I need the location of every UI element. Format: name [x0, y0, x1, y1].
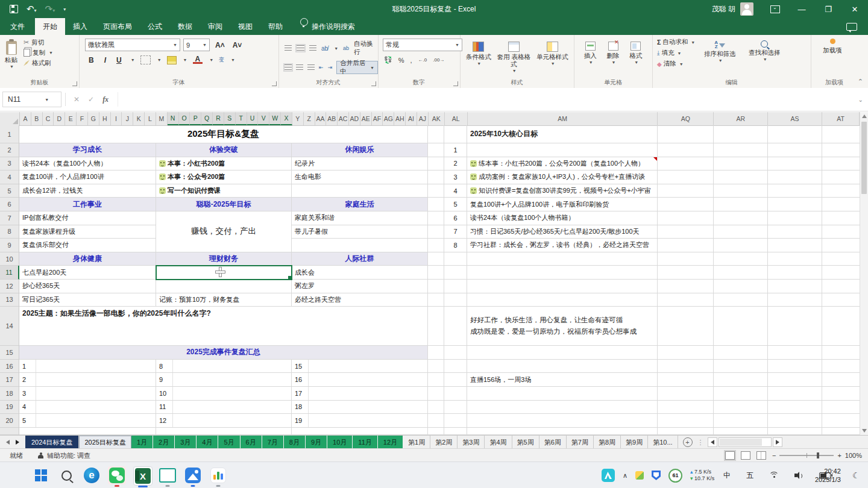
cell[interactable]: 七点早起200天 [19, 266, 156, 280]
goal-number-cell[interactable]: 4 [444, 184, 467, 198]
zoom-level[interactable]: 100% [845, 452, 862, 459]
cell[interactable] [428, 252, 444, 266]
cancel-icon[interactable]: ✕ [74, 95, 80, 104]
insert-function-icon[interactable]: fx [102, 95, 108, 104]
volume-icon[interactable] [794, 472, 804, 479]
align-right-icon[interactable] [307, 64, 315, 70]
cell[interactable]: 写一个知识付费课 [156, 184, 292, 198]
format-painter-button[interactable]: 格式刷 [24, 58, 53, 68]
tab-options-dots[interactable]: ⋮ [697, 439, 704, 446]
prev-sheet-icon[interactable] [6, 440, 10, 445]
cell[interactable] [428, 198, 444, 211]
cell[interactable]: 2 [19, 373, 156, 387]
decrease-decimal-icon[interactable]: .00→ [433, 57, 444, 63]
column-header-AI[interactable]: AI [406, 112, 417, 125]
empty-cells[interactable] [658, 373, 860, 387]
wrap-text-button[interactable]: 自动换行 [354, 40, 378, 57]
cell[interactable]: 1 [19, 360, 156, 374]
cell[interactable] [428, 414, 444, 428]
font-name-select[interactable]: 微软雅黑▼ [85, 39, 180, 51]
column-header-K[interactable]: K [133, 112, 145, 125]
format-cells-button[interactable]: 格式▼ [629, 38, 642, 65]
empty-cells[interactable] [658, 346, 860, 360]
cell[interactable] [444, 307, 467, 346]
cell[interactable] [428, 143, 444, 157]
cell[interactable]: 生命电影 [292, 170, 428, 184]
sheet-tab-week[interactable]: 第8周 [594, 436, 621, 449]
cell[interactable]: 8 [156, 360, 292, 374]
column-header-AB[interactable]: AB [326, 112, 338, 125]
goal-number-cell[interactable]: 5 [444, 198, 467, 211]
cell[interactable] [156, 280, 292, 293]
cell[interactable] [292, 184, 428, 198]
cell[interactable]: 必经之路天空营 [292, 293, 428, 307]
active-cell-N11[interactable] [156, 266, 292, 280]
delete-cells-button[interactable]: 删除▼ [607, 38, 620, 65]
formula-input[interactable] [118, 92, 858, 107]
column-header-E[interactable]: E [65, 112, 77, 125]
sheet-tab-month[interactable]: 10月 [327, 436, 352, 449]
row-header-4[interactable]: 4 [0, 170, 19, 184]
tab-file[interactable]: 文件 [0, 18, 35, 35]
cell[interactable]: 本事：小红书200篇 [156, 157, 292, 171]
live-count-cell[interactable]: 直播156场，一周3场 [467, 373, 658, 387]
row-header-16[interactable]: 16 [0, 360, 19, 374]
column-header-J[interactable]: J [122, 112, 133, 125]
column-header-B[interactable]: B [31, 112, 43, 125]
cell[interactable]: 15 [292, 360, 428, 374]
cell[interactable]: 复盘100讲，个人品牌100讲 [19, 170, 156, 184]
align-center-icon[interactable] [296, 64, 303, 70]
font-size-select[interactable]: 9▼ [183, 39, 210, 51]
sheet-tab-week[interactable]: 第10... [648, 436, 678, 449]
row-header-14[interactable]: 14 [0, 307, 19, 346]
cell[interactable]: 读书24本（复盘100个人物） [19, 157, 156, 171]
percent-style-icon[interactable]: % [398, 57, 404, 64]
column-header-X[interactable]: X [281, 112, 292, 125]
taskbar-excel-button[interactable]: X [133, 466, 153, 486]
cell[interactable] [467, 346, 658, 360]
cell[interactable] [19, 428, 156, 435]
sheet-tab-week[interactable]: 第1周 [403, 436, 430, 449]
row-header-3[interactable]: 3 [0, 157, 19, 171]
row-header-7[interactable]: 7 [0, 211, 19, 225]
goal-text-cell[interactable]: 复盘100讲+个人品牌100讲，电子版和印刷验货 [467, 198, 658, 211]
find-select-button[interactable]: 查找和选择▼ [744, 37, 784, 69]
sheet-tab-week[interactable]: 第7周 [567, 436, 594, 449]
column-header-D[interactable]: D [54, 112, 65, 125]
vertical-scrollbar[interactable] [860, 112, 868, 435]
cell[interactable]: 16 [292, 373, 428, 387]
accounting-format-icon[interactable]: 💱 [384, 56, 392, 64]
goal-number-cell[interactable]: 7 [444, 225, 467, 239]
empty-cells[interactable] [658, 307, 860, 346]
sheet-tab-month[interactable]: 5月 [218, 436, 239, 449]
restore-button[interactable]: ❐ [815, 0, 841, 18]
expand-formula-bar-icon[interactable]: ⌄ [858, 96, 863, 103]
vertical-scrollbar-thumb[interactable] [861, 122, 867, 194]
cell[interactable] [428, 307, 444, 346]
empty-cells[interactable] [658, 211, 860, 225]
sheet-tab-week[interactable]: 第3周 [458, 436, 485, 449]
sheet-tab-month[interactable]: 8月 [284, 436, 305, 449]
scroll-up-icon[interactable] [862, 114, 867, 118]
cell[interactable] [428, 125, 444, 143]
empty-cells[interactable] [658, 239, 860, 252]
merged-goal-cell[interactable]: 赚钱，交付，产出 [156, 211, 292, 252]
clear-button[interactable]: ◆清除▼ [657, 58, 695, 69]
column-header-AL[interactable]: AL [445, 112, 468, 125]
column-header-AT[interactable]: AT [822, 112, 860, 125]
column-header-Z[interactable]: Z [304, 112, 315, 125]
minimize-button[interactable]: — [788, 0, 815, 18]
cell[interactable] [444, 401, 467, 414]
collapse-ribbon-icon[interactable]: ⌃ [858, 78, 863, 86]
cell[interactable] [444, 360, 467, 374]
empty-cells[interactable] [658, 387, 860, 401]
increase-decimal-icon[interactable]: ←.0 [418, 57, 427, 63]
column-header-AR[interactable]: AR [714, 112, 768, 125]
column-header-I[interactable]: I [111, 112, 122, 125]
column-header-H[interactable]: H [99, 112, 111, 125]
sheet-tab-2025-active[interactable]: 2025目标复盘 [79, 436, 131, 449]
cell[interactable] [428, 170, 444, 184]
user-avatar[interactable] [740, 2, 753, 16]
taskbar-wechat-button[interactable] [108, 466, 126, 484]
column-header-C[interactable]: C [43, 112, 54, 125]
